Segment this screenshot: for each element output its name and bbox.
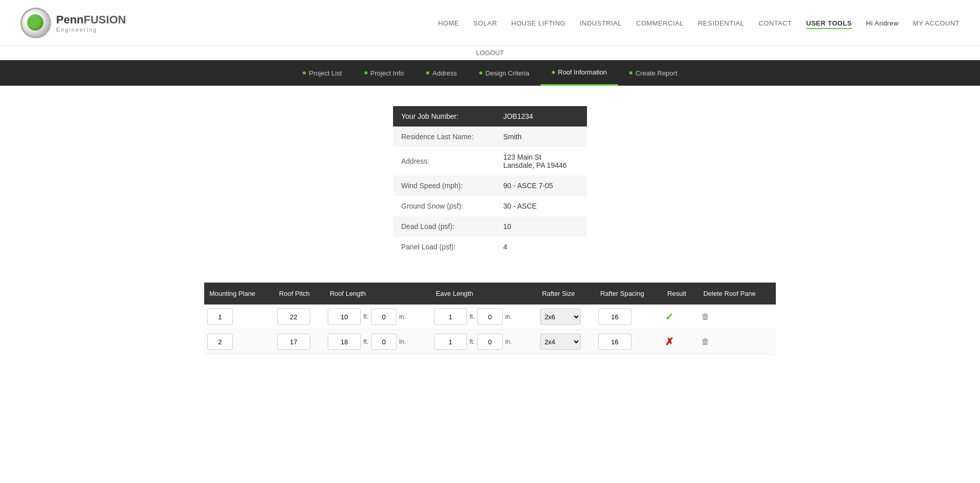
step-project-list[interactable]: Project List bbox=[291, 60, 353, 86]
eave-length-1-ft-input[interactable] bbox=[434, 309, 467, 325]
step-dot-4 bbox=[479, 71, 482, 74]
dead-load-row: Dead Load (psf): 10 bbox=[393, 216, 587, 237]
col-mounting-plane: Mounting Plane bbox=[204, 283, 274, 304]
rafter-spacing-2-cell bbox=[595, 329, 662, 354]
step-dot-3 bbox=[426, 71, 429, 74]
ft-label-1b: ft. bbox=[470, 313, 475, 320]
rafter-spacing-1-cell bbox=[595, 304, 662, 329]
in-label-2b: in. bbox=[505, 338, 512, 345]
nav-user-tools[interactable]: USER TOOLS bbox=[806, 19, 852, 29]
ground-snow-value: 30 - ASCE bbox=[495, 196, 587, 216]
col-result: Result bbox=[662, 283, 698, 304]
logo-subtext: Engineering bbox=[56, 27, 126, 33]
plane-2-input[interactable] bbox=[207, 334, 233, 350]
step-project-info[interactable]: Project Info bbox=[353, 60, 415, 86]
delete-2-button[interactable]: 🗑 bbox=[701, 337, 709, 346]
eave-length-2-ft-input[interactable] bbox=[434, 334, 467, 350]
pitch-2-input[interactable] bbox=[277, 334, 310, 350]
in-label-2a: in. bbox=[399, 338, 406, 345]
pitch-2-cell bbox=[274, 329, 325, 354]
panel-load-row: Panel Load (psf): 4 bbox=[393, 237, 587, 257]
col-roof-pitch: Roof Pitch bbox=[274, 283, 325, 304]
delete-1-button[interactable]: 🗑 bbox=[701, 312, 709, 321]
job-number-value: JOB1234 bbox=[495, 106, 587, 126]
eave-length-1-in-input[interactable] bbox=[477, 309, 503, 325]
result-1-check: ✓ bbox=[665, 311, 674, 322]
rafter-spacing-2-input[interactable] bbox=[598, 334, 631, 350]
panel-load-value: 4 bbox=[495, 237, 587, 257]
plane-1-cell bbox=[204, 304, 274, 329]
roof-length-2-in-input[interactable] bbox=[371, 334, 397, 350]
step-dot-6 bbox=[629, 71, 632, 74]
in-label-1b: in. bbox=[505, 313, 512, 320]
last-name-label: Residence Last Name: bbox=[393, 126, 495, 147]
result-2-x: ✗ bbox=[665, 336, 674, 347]
step-design-criteria[interactable]: Design Criteria bbox=[468, 60, 541, 86]
address-label: Address: bbox=[393, 147, 495, 175]
roof-table-header: Mounting Plane Roof Pitch Roof Length Ea… bbox=[204, 283, 776, 304]
rafter-spacing-1-input[interactable] bbox=[598, 309, 631, 325]
roof-length-1-in-input[interactable] bbox=[371, 309, 397, 325]
plane-2-cell bbox=[204, 329, 274, 354]
rafter-size-2-select[interactable]: 2x4 2x6 2x8 2x10 2x12 bbox=[540, 334, 581, 350]
dead-load-value: 10 bbox=[495, 216, 587, 237]
job-number-row: Your Job Number: JOB1234 bbox=[393, 106, 587, 126]
nav-house-lifting[interactable]: HOUSE LIFTING bbox=[511, 19, 566, 27]
last-name-value: Smith bbox=[495, 126, 587, 147]
ground-snow-row: Ground Snow (psf): 30 - ASCE bbox=[393, 196, 587, 216]
wind-speed-row: Wind Speed (mph): 90 - ASCE 7-05 bbox=[393, 175, 587, 196]
step-dot-5 bbox=[552, 71, 555, 74]
rafter-size-1-cell: 2x4 2x6 2x8 2x10 2x12 bbox=[537, 304, 595, 329]
step-create-report[interactable]: Create Report bbox=[618, 60, 689, 86]
roof-table: Mounting Plane Roof Pitch Roof Length Ea… bbox=[204, 283, 776, 354]
nav-logout[interactable]: LOGOUT bbox=[476, 49, 504, 57]
nav-contact[interactable]: CONTACT bbox=[758, 19, 792, 27]
roof-row-1: ft. in. ft. in. bbox=[204, 304, 776, 329]
wind-speed-value: 90 - ASCE 7-05 bbox=[495, 175, 587, 196]
logo-icon bbox=[20, 8, 51, 38]
pitch-1-input[interactable] bbox=[277, 309, 310, 325]
nav-residential[interactable]: RESIDENTIAL bbox=[698, 19, 744, 27]
nav-my-account[interactable]: MY ACCOUNT bbox=[913, 19, 960, 27]
eave-length-2-cell: ft. in. bbox=[431, 329, 537, 354]
logo-company: Penn bbox=[56, 13, 84, 26]
col-roof-length: Roof Length bbox=[325, 283, 431, 304]
logo-area: PennFUSION Engineering bbox=[20, 8, 126, 38]
roof-length-2-cell: ft. in. bbox=[325, 329, 431, 354]
roof-length-1-cell: ft. in. bbox=[325, 304, 431, 329]
top-navigation: PennFUSION Engineering HOME SOLAR HOUSE … bbox=[0, 0, 980, 46]
eave-length-2-in-input[interactable] bbox=[477, 334, 503, 350]
rafter-size-1-select[interactable]: 2x4 2x6 2x8 2x10 2x12 bbox=[540, 309, 581, 325]
nav-home[interactable]: HOME bbox=[438, 19, 459, 27]
col-rafter-size: Rafter Size bbox=[537, 283, 595, 304]
col-rafter-spacing: Rafter Spacing bbox=[595, 283, 662, 304]
step-roof-information[interactable]: Roof Information bbox=[541, 60, 618, 86]
step-dot-1 bbox=[303, 71, 306, 74]
ft-label-2a: ft. bbox=[363, 338, 369, 345]
nav-solar[interactable]: SOLAR bbox=[473, 19, 497, 27]
main-nav: HOME SOLAR HOUSE LIFTING INDUSTRIAL COMM… bbox=[438, 19, 960, 27]
result-2-cell: ✗ bbox=[662, 329, 698, 354]
nav-industrial[interactable]: INDUSTRIAL bbox=[580, 19, 622, 27]
step-address[interactable]: Address bbox=[415, 60, 468, 86]
job-number-label: Your Job Number: bbox=[393, 106, 495, 126]
address-row: Address: 123 Main StLansdale, PA 19446 bbox=[393, 147, 587, 175]
in-label-1a: in. bbox=[399, 313, 406, 320]
col-delete: Delete Roof Pane bbox=[698, 283, 776, 304]
roof-length-2-ft-input[interactable] bbox=[328, 334, 361, 350]
col-eave-length: Eave Length bbox=[431, 283, 537, 304]
panel-load-label: Panel Load (psf): bbox=[393, 237, 495, 257]
ground-snow-label: Ground Snow (psf): bbox=[393, 196, 495, 216]
nav-commercial[interactable]: COMMERCIAL bbox=[636, 19, 683, 27]
roof-length-1-ft-input[interactable] bbox=[328, 309, 361, 325]
rafter-size-2-cell: 2x4 2x6 2x8 2x10 2x12 bbox=[537, 329, 595, 354]
plane-1-input[interactable] bbox=[207, 309, 233, 325]
dead-load-label: Dead Load (psf): bbox=[393, 216, 495, 237]
step-navigation-bar: Project List Project Info Address Design… bbox=[0, 60, 980, 86]
pitch-1-cell bbox=[274, 304, 325, 329]
logout-row: LOGOUT bbox=[0, 46, 980, 60]
nav-greeting[interactable]: Hi Andrew bbox=[866, 19, 899, 27]
ft-label-1a: ft. bbox=[363, 313, 369, 320]
job-info-table: Your Job Number: JOB1234 Residence Last … bbox=[393, 106, 587, 257]
eave-length-1-cell: ft. in. bbox=[431, 304, 537, 329]
